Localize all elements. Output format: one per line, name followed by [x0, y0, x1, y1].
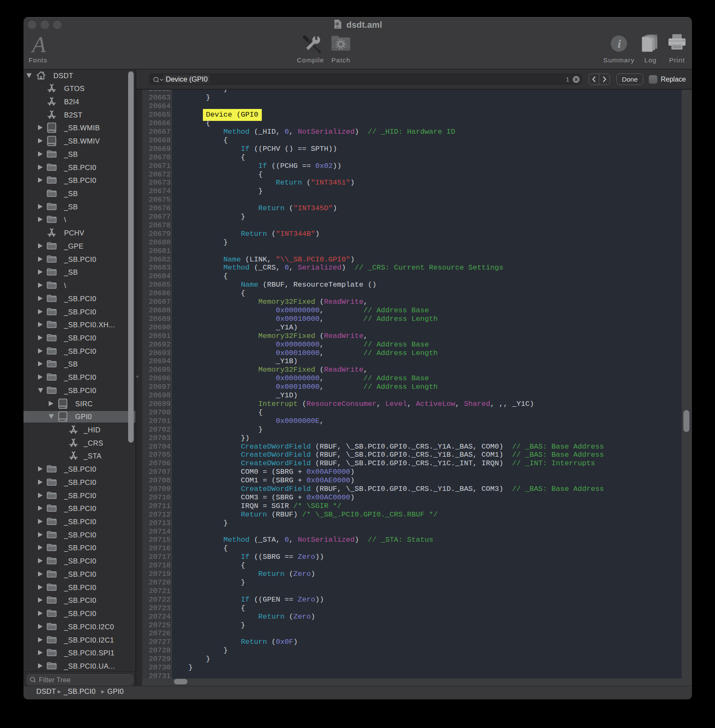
- svg-text:i: i: [618, 37, 621, 50]
